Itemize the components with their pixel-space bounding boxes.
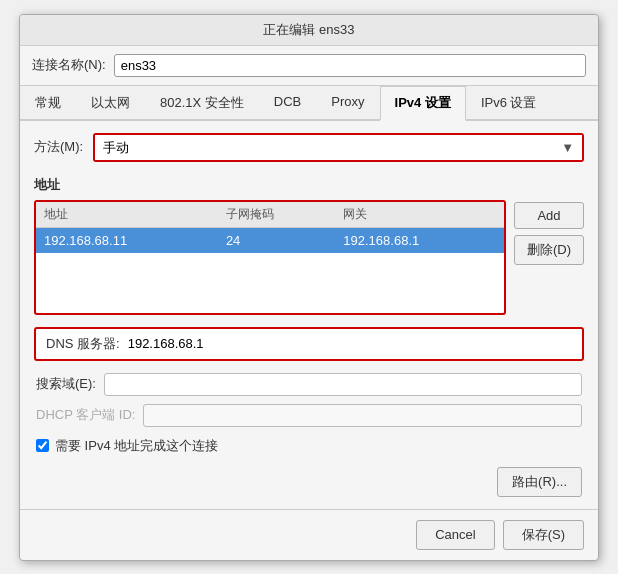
dns-row: DNS 服务器: [46,335,572,353]
dialog-footer: Cancel 保存(S) [20,509,598,560]
table-row-empty [36,253,504,283]
dhcp-label: DHCP 客户端 ID: [36,406,135,424]
table-row[interactable]: 192.168.68.11 24 192.168.68.1 [36,227,504,253]
address-buttons: Add 删除(D) [514,200,584,315]
dns-label: DNS 服务器: [46,335,120,353]
tab-general[interactable]: 常规 [20,86,76,121]
col-address: 地址 [36,202,218,228]
tab-security[interactable]: 802.1X 安全性 [145,86,259,121]
dialog: 正在编辑 ens33 连接名称(N): 常规 以太网 802.1X 安全性 DC… [19,14,599,561]
method-select-wrapper: 手动 自动(DHCP) 仅本地链接 共享到其他电脑 禁用 ▼ [93,133,584,162]
search-domain-input[interactable] [104,373,582,396]
ipv4-required-checkbox[interactable] [36,439,49,452]
dns-input[interactable] [128,336,572,351]
address-section: 地址 地址 子网掩码 网关 192.168.68. [34,176,584,315]
cell-gateway: 192.168.68.1 [335,227,504,253]
title-bar: 正在编辑 ens33 [20,15,598,46]
tab-dcb[interactable]: DCB [259,86,316,121]
address-table-container: 地址 子网掩码 网关 192.168.68.11 24 192.168.68.1 [34,200,506,315]
search-domain-row: 搜索域(E): [34,373,584,396]
dhcp-row: DHCP 客户端 ID: [34,404,584,427]
route-button[interactable]: 路由(R)... [497,467,582,497]
cell-prefix: 24 [218,227,335,253]
tab-ethernet[interactable]: 以太网 [76,86,145,121]
connection-name-label: 连接名称(N): [32,56,106,74]
col-gateway: 网关 [335,202,504,228]
method-label: 方法(M): [34,138,83,156]
dhcp-input [143,404,582,427]
checkbox-row: 需要 IPv4 地址完成这个连接 [34,437,584,455]
dns-section: DNS 服务器: [34,327,584,361]
col-prefix: 子网掩码 [218,202,335,228]
table-row-empty2 [36,283,504,313]
tab-ipv4[interactable]: IPv4 设置 [380,86,466,121]
tab-proxy[interactable]: Proxy [316,86,379,121]
address-table-wrapper: 地址 子网掩码 网关 192.168.68.11 24 192.168.68.1 [34,200,584,315]
checkbox-label: 需要 IPv4 地址完成这个连接 [55,437,218,455]
dialog-title: 正在编辑 ens33 [263,22,354,37]
address-table: 地址 子网掩码 网关 192.168.68.11 24 192.168.68.1 [36,202,504,313]
bottom-row: 路由(R)... [34,467,584,497]
connection-name-row: 连接名称(N): [20,46,598,86]
tab-ipv6[interactable]: IPv6 设置 [466,86,552,121]
method-row: 方法(M): 手动 自动(DHCP) 仅本地链接 共享到其他电脑 禁用 ▼ [34,133,584,162]
method-select[interactable]: 手动 自动(DHCP) 仅本地链接 共享到其他电脑 禁用 [95,135,582,160]
delete-button[interactable]: 删除(D) [514,235,584,265]
address-section-title: 地址 [34,176,584,194]
cancel-button[interactable]: Cancel [416,520,494,550]
tabs-bar: 常规 以太网 802.1X 安全性 DCB Proxy IPv4 设置 IPv6… [20,86,598,121]
connection-name-input[interactable] [114,54,586,77]
add-button[interactable]: Add [514,202,584,229]
cell-address: 192.168.68.11 [36,227,218,253]
save-button[interactable]: 保存(S) [503,520,584,550]
search-domain-label: 搜索域(E): [36,375,96,393]
content-area: 方法(M): 手动 自动(DHCP) 仅本地链接 共享到其他电脑 禁用 ▼ 地址 [20,121,598,509]
